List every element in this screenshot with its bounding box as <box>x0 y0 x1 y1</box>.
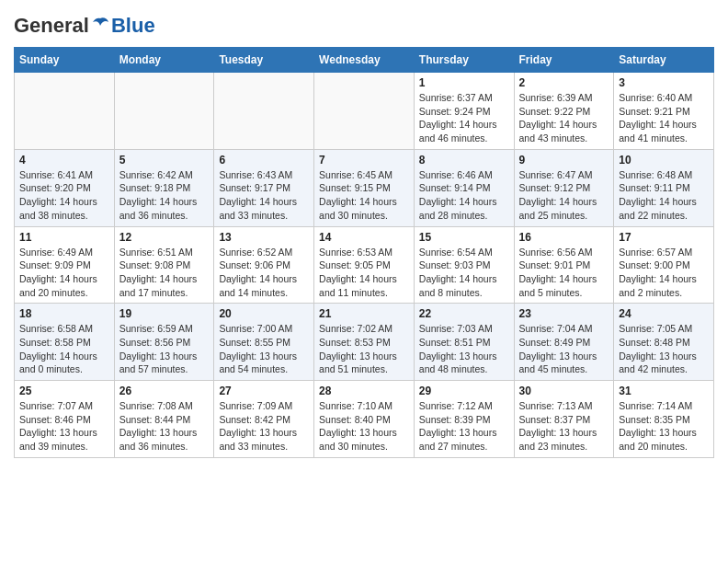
day-info: Sunrise: 6:40 AM Sunset: 9:21 PM Dayligh… <box>619 91 709 145</box>
day-info: Sunrise: 6:39 AM Sunset: 9:22 PM Dayligh… <box>519 91 609 145</box>
column-header-thursday: Thursday <box>414 48 514 73</box>
calendar-cell: 13Sunrise: 6:52 AM Sunset: 9:06 PM Dayli… <box>214 226 314 304</box>
day-info: Sunrise: 6:59 AM Sunset: 8:56 PM Dayligh… <box>119 322 210 376</box>
calendar-cell: 26Sunrise: 7:08 AM Sunset: 8:44 PM Dayli… <box>114 381 214 458</box>
calendar-cell: 30Sunrise: 7:13 AM Sunset: 8:37 PM Dayli… <box>514 381 614 458</box>
calendar-cell: 8Sunrise: 6:46 AM Sunset: 9:14 PM Daylig… <box>414 149 514 226</box>
calendar-cell: 28Sunrise: 7:10 AM Sunset: 8:40 PM Dayli… <box>314 381 415 458</box>
day-number: 1 <box>419 76 509 89</box>
day-number: 18 <box>19 307 109 320</box>
day-number: 30 <box>519 385 609 397</box>
day-number: 22 <box>419 307 509 320</box>
day-info: Sunrise: 7:13 AM Sunset: 8:37 PM Dayligh… <box>519 399 609 454</box>
day-number: 13 <box>219 231 309 244</box>
calendar-cell: 15Sunrise: 6:54 AM Sunset: 9:03 PM Dayli… <box>414 226 514 304</box>
calendar-cell: 29Sunrise: 7:12 AM Sunset: 8:39 PM Dayli… <box>414 381 514 458</box>
logo: General Blue <box>14 14 155 38</box>
column-header-tuesday: Tuesday <box>214 48 314 73</box>
day-number: 26 <box>119 385 210 397</box>
column-header-monday: Monday <box>114 48 214 73</box>
day-number: 8 <box>419 154 509 167</box>
day-info: Sunrise: 7:02 AM Sunset: 8:53 PM Dayligh… <box>319 322 409 376</box>
day-info: Sunrise: 6:52 AM Sunset: 9:06 PM Dayligh… <box>219 246 309 300</box>
calendar-cell: 14Sunrise: 6:53 AM Sunset: 9:05 PM Dayli… <box>314 226 415 304</box>
day-number: 21 <box>319 307 409 320</box>
column-header-saturday: Saturday <box>614 48 714 73</box>
calendar-cell: 20Sunrise: 7:00 AM Sunset: 8:55 PM Dayli… <box>214 304 314 381</box>
column-header-friday: Friday <box>514 48 614 73</box>
calendar-cell: 10Sunrise: 6:48 AM Sunset: 9:11 PM Dayli… <box>614 149 714 226</box>
day-info: Sunrise: 6:43 AM Sunset: 9:17 PM Dayligh… <box>219 168 309 223</box>
calendar-cell: 17Sunrise: 6:57 AM Sunset: 9:00 PM Dayli… <box>614 226 714 304</box>
calendar-header-row: SundayMondayTuesdayWednesdayThursdayFrid… <box>15 48 714 73</box>
day-info: Sunrise: 7:04 AM Sunset: 8:49 PM Dayligh… <box>519 322 609 376</box>
day-info: Sunrise: 7:08 AM Sunset: 8:44 PM Dayligh… <box>119 399 210 454</box>
day-number: 25 <box>19 385 109 397</box>
calendar-cell: 5Sunrise: 6:42 AM Sunset: 9:18 PM Daylig… <box>114 149 214 226</box>
day-number: 27 <box>219 385 309 397</box>
day-info: Sunrise: 7:10 AM Sunset: 8:40 PM Dayligh… <box>319 399 409 454</box>
day-info: Sunrise: 6:56 AM Sunset: 9:01 PM Dayligh… <box>519 246 609 300</box>
calendar-week-row: 18Sunrise: 6:58 AM Sunset: 8:58 PM Dayli… <box>15 304 714 381</box>
day-info: Sunrise: 6:53 AM Sunset: 9:05 PM Dayligh… <box>319 246 409 300</box>
day-number: 7 <box>319 154 409 167</box>
column-header-sunday: Sunday <box>15 48 115 73</box>
calendar-week-row: 11Sunrise: 6:49 AM Sunset: 9:09 PM Dayli… <box>15 226 714 304</box>
day-number: 12 <box>119 231 210 244</box>
calendar-cell <box>214 73 314 150</box>
column-header-wednesday: Wednesday <box>314 48 415 73</box>
calendar-cell <box>314 73 415 150</box>
calendar-week-row: 1Sunrise: 6:37 AM Sunset: 9:24 PM Daylig… <box>15 73 714 150</box>
calendar-cell: 18Sunrise: 6:58 AM Sunset: 8:58 PM Dayli… <box>15 304 115 381</box>
day-info: Sunrise: 6:58 AM Sunset: 8:58 PM Dayligh… <box>19 322 109 376</box>
calendar-cell: 27Sunrise: 7:09 AM Sunset: 8:42 PM Dayli… <box>214 381 314 458</box>
day-number: 16 <box>519 231 609 244</box>
calendar-cell: 11Sunrise: 6:49 AM Sunset: 9:09 PM Dayli… <box>15 226 115 304</box>
calendar-cell: 16Sunrise: 6:56 AM Sunset: 9:01 PM Dayli… <box>514 226 614 304</box>
day-number: 15 <box>419 231 509 244</box>
day-number: 17 <box>619 231 709 244</box>
day-info: Sunrise: 6:51 AM Sunset: 9:08 PM Dayligh… <box>119 246 210 300</box>
page-header: General Blue <box>14 14 714 38</box>
calendar-cell <box>15 73 115 150</box>
day-number: 31 <box>619 385 709 397</box>
day-number: 9 <box>519 154 609 167</box>
calendar-cell: 9Sunrise: 6:47 AM Sunset: 9:12 PM Daylig… <box>514 149 614 226</box>
day-info: Sunrise: 6:54 AM Sunset: 9:03 PM Dayligh… <box>419 246 509 300</box>
calendar-cell: 4Sunrise: 6:41 AM Sunset: 9:20 PM Daylig… <box>15 149 115 226</box>
calendar-cell: 22Sunrise: 7:03 AM Sunset: 8:51 PM Dayli… <box>414 304 514 381</box>
day-number: 23 <box>519 307 609 320</box>
day-number: 3 <box>619 76 709 89</box>
calendar-cell: 31Sunrise: 7:14 AM Sunset: 8:35 PM Dayli… <box>614 381 714 458</box>
calendar-cell: 6Sunrise: 6:43 AM Sunset: 9:17 PM Daylig… <box>214 149 314 226</box>
day-number: 10 <box>619 154 709 167</box>
calendar-week-row: 25Sunrise: 7:07 AM Sunset: 8:46 PM Dayli… <box>15 381 714 458</box>
calendar-cell: 21Sunrise: 7:02 AM Sunset: 8:53 PM Dayli… <box>314 304 415 381</box>
calendar-cell: 24Sunrise: 7:05 AM Sunset: 8:48 PM Dayli… <box>614 304 714 381</box>
day-info: Sunrise: 7:14 AM Sunset: 8:35 PM Dayligh… <box>619 399 709 454</box>
day-number: 20 <box>219 307 309 320</box>
day-number: 2 <box>519 76 609 89</box>
day-info: Sunrise: 7:00 AM Sunset: 8:55 PM Dayligh… <box>219 322 309 376</box>
calendar-table: SundayMondayTuesdayWednesdayThursdayFrid… <box>14 47 714 458</box>
calendar-cell: 1Sunrise: 6:37 AM Sunset: 9:24 PM Daylig… <box>414 73 514 150</box>
day-number: 11 <box>19 231 109 244</box>
day-info: Sunrise: 7:05 AM Sunset: 8:48 PM Dayligh… <box>619 322 709 376</box>
day-number: 28 <box>319 385 409 397</box>
day-info: Sunrise: 7:07 AM Sunset: 8:46 PM Dayligh… <box>19 399 109 454</box>
logo-blue-text: Blue <box>111 14 155 38</box>
day-info: Sunrise: 6:47 AM Sunset: 9:12 PM Dayligh… <box>519 168 609 223</box>
day-info: Sunrise: 7:09 AM Sunset: 8:42 PM Dayligh… <box>219 399 309 454</box>
calendar-cell: 12Sunrise: 6:51 AM Sunset: 9:08 PM Dayli… <box>114 226 214 304</box>
calendar-cell: 25Sunrise: 7:07 AM Sunset: 8:46 PM Dayli… <box>15 381 115 458</box>
day-number: 24 <box>619 307 709 320</box>
calendar-cell: 2Sunrise: 6:39 AM Sunset: 9:22 PM Daylig… <box>514 73 614 150</box>
day-number: 6 <box>219 154 309 167</box>
day-number: 19 <box>119 307 210 320</box>
calendar-cell: 23Sunrise: 7:04 AM Sunset: 8:49 PM Dayli… <box>514 304 614 381</box>
day-number: 14 <box>319 231 409 244</box>
logo-general-text: General <box>14 14 89 38</box>
day-info: Sunrise: 6:57 AM Sunset: 9:00 PM Dayligh… <box>619 246 709 300</box>
day-info: Sunrise: 7:12 AM Sunset: 8:39 PM Dayligh… <box>419 399 509 454</box>
day-info: Sunrise: 6:45 AM Sunset: 9:15 PM Dayligh… <box>319 168 409 223</box>
